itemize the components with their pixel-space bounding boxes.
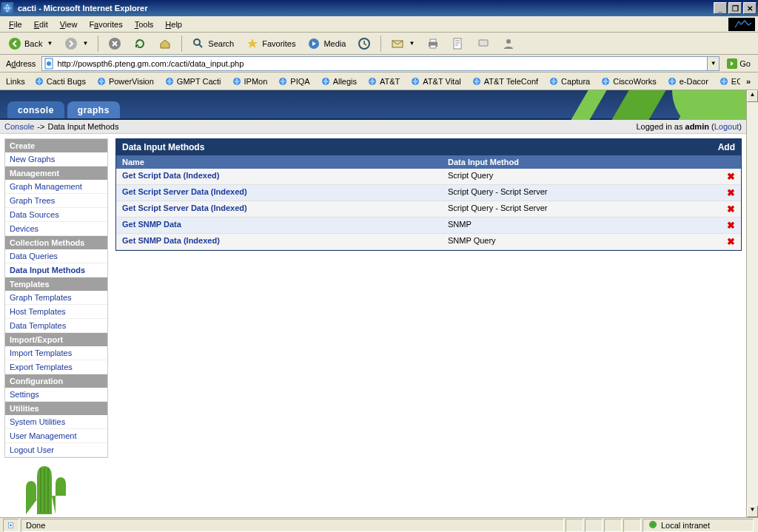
sidebar-section-header: Management (5, 166, 107, 180)
media-button[interactable]: Media (302, 35, 351, 53)
go-button[interactable]: Go (722, 58, 755, 69)
print-button[interactable] (421, 35, 445, 53)
content-area: console graphs Console -> Data Input Met… (0, 90, 758, 517)
cell-delete: ✖ (721, 218, 741, 233)
vertical-scrollbar[interactable]: ▲ ▼ (746, 90, 758, 517)
menu-file[interactable]: File (3, 18, 28, 30)
table-row: Get SNMP DataSNMP✖ (116, 218, 741, 234)
page-icon (44, 58, 56, 70)
panel-column-header: Name Data Input Method (116, 155, 741, 169)
sidebar-item[interactable]: Data Templates (5, 319, 107, 333)
favorite-link[interactable]: Captura (544, 75, 594, 88)
sidebar: CreateNew GraphsManagementGraph Manageme… (4, 138, 108, 458)
status-bar: Done Local intranet (0, 517, 758, 532)
history-button[interactable] (352, 35, 376, 53)
edit-button[interactable] (446, 35, 470, 53)
favorite-link[interactable]: AT&T TeleConf (467, 75, 543, 88)
favorite-link[interactable]: IPMon (227, 75, 272, 88)
favorite-link[interactable]: ECM (714, 75, 740, 88)
star-icon (246, 37, 259, 50)
cell-name: Get Script Data (Indexed) (116, 169, 442, 184)
menu-help[interactable]: Help (159, 18, 188, 30)
cell-name: Get Script Server Data (Indexed) (116, 201, 442, 217)
row-link[interactable]: Get SNMP Data (Indexed) (122, 236, 220, 245)
sidebar-item[interactable]: Export Templates (5, 360, 107, 374)
favorite-link[interactable]: AT&T (363, 75, 404, 88)
sidebar-item[interactable]: Host Templates (5, 305, 107, 319)
delete-icon[interactable]: ✖ (727, 236, 735, 247)
sidebar-item[interactable]: Settings (5, 388, 107, 402)
cell-delete: ✖ (721, 185, 741, 201)
back-button[interactable]: Back ▼ (3, 35, 58, 53)
logout-link[interactable]: Logout (714, 122, 739, 131)
minimize-button[interactable]: _ (714, 2, 727, 14)
links-overflow[interactable]: » (742, 77, 755, 86)
row-link[interactable]: Get Script Server Data (Indexed) (122, 187, 247, 196)
sidebar-item[interactable]: Import Templates (5, 346, 107, 360)
sidebar-item[interactable]: Graph Trees (5, 194, 107, 208)
sidebar-item[interactable]: Logout User (5, 443, 107, 457)
sidebar-item[interactable]: Graph Templates (5, 291, 107, 305)
sidebar-item[interactable]: New Graphs (5, 152, 107, 166)
back-icon (8, 37, 21, 50)
refresh-button[interactable] (128, 35, 152, 53)
ie-throbber-icon (728, 18, 755, 31)
sidebar-item[interactable]: Devices (5, 222, 107, 236)
forward-button[interactable]: ▼ (59, 35, 93, 53)
close-button[interactable]: ✕ (743, 2, 757, 14)
favorite-link[interactable]: PowerVision (92, 75, 158, 88)
delete-icon[interactable]: ✖ (727, 203, 735, 215)
sidebar-item[interactable]: System Utilities (5, 415, 107, 429)
home-button[interactable] (153, 35, 177, 53)
favorite-link[interactable]: e-Dacor (663, 75, 713, 88)
url-input[interactable] (57, 59, 707, 68)
menu-tools[interactable]: Tools (129, 18, 160, 30)
messenger-button[interactable] (497, 35, 520, 53)
sidebar-item[interactable]: User Management (5, 429, 107, 443)
tab-console[interactable]: console (7, 101, 64, 118)
favorites-button[interactable]: Favorites (241, 35, 301, 53)
menu-edit[interactable]: Edit (28, 18, 54, 30)
row-link[interactable]: Get SNMP Data (122, 220, 181, 229)
mail-button[interactable]: ▼ (386, 35, 420, 53)
ie-page-icon (549, 76, 559, 87)
favorite-link[interactable]: CiscoWorks (596, 75, 660, 88)
cell-name: Get SNMP Data (116, 218, 442, 233)
sidebar-item[interactable]: Graph Management (5, 180, 107, 194)
favorite-link[interactable]: Allegis (316, 75, 361, 88)
favorite-link[interactable]: Cacti Bugs (30, 75, 90, 88)
cell-method: Script Query - Script Server (442, 201, 721, 217)
scroll-track[interactable] (747, 102, 758, 505)
breadcrumb-root[interactable]: Console (4, 122, 34, 131)
delete-icon[interactable]: ✖ (727, 187, 735, 198)
favorite-link[interactable]: GMPT Cacti (160, 75, 226, 88)
menu-favorites[interactable]: Favorites (83, 18, 128, 30)
url-field[interactable]: ▼ (41, 56, 720, 71)
favorite-link[interactable]: AT&T Vital (406, 75, 465, 88)
delete-icon[interactable]: ✖ (727, 171, 735, 182)
favorite-link[interactable]: PIQA (273, 75, 314, 88)
row-link[interactable]: Get Script Server Data (Indexed) (122, 203, 247, 212)
tab-graphs[interactable]: graphs (67, 101, 120, 118)
sidebar-item[interactable]: Data Input Methods (5, 263, 107, 277)
menu-view[interactable]: View (54, 18, 84, 30)
discuss-button[interactable] (472, 35, 495, 53)
add-button[interactable]: Add (718, 142, 735, 152)
cell-method: Script Query - Script Server (442, 185, 721, 201)
scroll-up-button[interactable]: ▲ (747, 90, 758, 102)
search-icon (192, 37, 205, 50)
search-button[interactable]: Search (187, 35, 239, 53)
sidebar-item[interactable]: Data Queries (5, 249, 107, 263)
ie-page-icon (96, 76, 107, 87)
status-text: Done (21, 519, 564, 532)
sidebar-item[interactable]: Data Sources (5, 208, 107, 222)
row-link[interactable]: Get Script Data (Indexed) (122, 171, 219, 180)
tab-strip: console graphs (7, 101, 120, 118)
scroll-down-button[interactable]: ▼ (747, 505, 758, 517)
svg-rect-11 (430, 45, 436, 48)
restore-button[interactable]: ❐ (728, 2, 742, 14)
url-dropdown[interactable]: ▼ (707, 57, 719, 70)
delete-icon[interactable]: ✖ (727, 220, 735, 231)
main-panel: Data Input Methods Add Name Data Input M… (115, 138, 742, 251)
stop-button[interactable] (103, 35, 127, 53)
